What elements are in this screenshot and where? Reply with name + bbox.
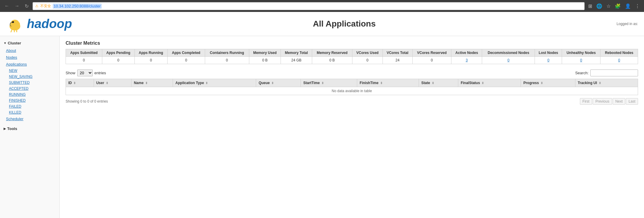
sidebar-item-finished[interactable]: FINISHED [0, 98, 59, 103]
col-apps-pending: Apps Pending [102, 49, 134, 57]
extensions-button[interactable]: ⊞ [587, 3, 593, 10]
insecure-label: 不安全 [40, 4, 51, 9]
queue-sort-icon: ⇕ [271, 81, 274, 85]
sidebar-item-applications[interactable]: Applications [0, 61, 59, 68]
hadoop-elephant-icon [6, 15, 24, 33]
finalstatus-sort-icon: ⇕ [482, 81, 484, 85]
browser-action-buttons: ⊞ 🌐 ☆ 🧩 👤 ⋮ [587, 3, 641, 10]
col-queue[interactable]: Queue ⇕ [256, 79, 301, 87]
reload-button[interactable]: ↻ [23, 3, 30, 10]
previous-button[interactable]: Previous [593, 98, 612, 105]
state-sort-icon: ⇕ [432, 81, 434, 85]
address-bar[interactable]: ⚠ 不安全 10.34.102.250:8088/cluster [32, 2, 585, 10]
sidebar-item-nodes[interactable]: Nodes [0, 54, 59, 61]
showing-text: Showing 0 to 0 of 0 entries [66, 99, 108, 103]
id-sort-icon: ⇕ [73, 81, 76, 85]
back-button[interactable]: ← [3, 3, 11, 9]
col-user[interactable]: User ⇕ [94, 79, 131, 87]
col-finalstatus[interactable]: FinalStatus ⇕ [458, 79, 521, 87]
val-apps-submitted: 0 [66, 57, 102, 64]
col-tracking-ui[interactable]: Tracking UI ⇕ [575, 79, 638, 87]
sidebar-item-new-saving[interactable]: NEW_SAVING [0, 74, 59, 80]
col-memory-total: Memory Total [281, 49, 312, 57]
menu-button[interactable]: ⋮ [634, 3, 641, 10]
show-label: Show [66, 71, 75, 75]
col-vcores-reserved: VCores Reserved [412, 49, 451, 57]
extensions-puzzle-button[interactable]: 🧩 [614, 3, 622, 10]
col-starttime[interactable]: StartTime ⇕ [301, 79, 357, 87]
cluster-label: Cluster [8, 41, 21, 45]
col-apps-running: Apps Running [134, 49, 167, 57]
col-name[interactable]: Name ⇕ [131, 79, 173, 87]
cluster-section-header[interactable]: ▼ Cluster [0, 39, 59, 47]
sidebar-item-killed[interactable]: KILLED [0, 109, 59, 115]
starttime-sort-icon: ⇕ [321, 81, 324, 85]
val-vcores-total: 24 [383, 57, 412, 64]
page-wrapper: hadoop All Applications Logged in as: ▼ … [0, 12, 644, 218]
sidebar-item-scheduler[interactable]: Scheduler [0, 115, 59, 122]
val-rebooted-nodes[interactable]: 0 [600, 57, 638, 64]
url-text: 10.34.102.250:8088/cluster [53, 4, 102, 9]
entries-label: entries [95, 71, 106, 75]
translate-button[interactable]: 🌐 [595, 3, 603, 10]
val-lost-nodes[interactable]: 0 [535, 57, 562, 64]
sidebar-item-about[interactable]: About [0, 47, 59, 54]
val-decommissioned-nodes[interactable]: 0 [482, 57, 535, 64]
col-id[interactable]: ID ⇕ [66, 79, 94, 87]
val-vcores-used: 0 [352, 57, 383, 64]
col-progress[interactable]: Progress ⇕ [521, 79, 575, 87]
search-area: Search: [575, 69, 638, 76]
col-unhealthy-nodes: Unhealthy Nodes [562, 49, 600, 57]
val-memory-used: 0 B [249, 57, 281, 64]
val-apps-running: 0 [134, 57, 167, 64]
col-state[interactable]: State ⇕ [419, 79, 458, 87]
col-vcores-used: VCores Used [352, 49, 383, 57]
pagination-buttons: First Previous Next Last [580, 98, 638, 105]
sidebar-item-accepted[interactable]: ACCEPTED [0, 86, 59, 92]
col-finishtime[interactable]: FinishTime ⇕ [357, 79, 419, 87]
last-button[interactable]: Last [626, 98, 638, 105]
svg-point-4 [17, 22, 20, 27]
cluster-arrow-icon: ▼ [4, 41, 7, 45]
first-button[interactable]: First [580, 98, 592, 105]
val-unhealthy-nodes[interactable]: 0 [562, 57, 600, 64]
val-apps-pending: 0 [102, 57, 134, 64]
col-apps-completed: Apps Completed [167, 49, 205, 57]
user-sort-icon: ⇕ [106, 81, 108, 85]
name-sort-icon: ⇕ [145, 81, 148, 85]
tools-section-header[interactable]: ▶ Tools [0, 125, 59, 133]
show-entries-left: Show 10 20 25 50 100 entries [66, 69, 106, 76]
pagination-row: Showing 0 to 0 of 0 entries First Previo… [66, 98, 638, 105]
entries-select[interactable]: 10 20 25 50 100 [77, 69, 93, 76]
val-active-nodes[interactable]: 3 [451, 57, 482, 64]
col-lost-nodes: Lost Nodes [535, 49, 562, 57]
col-apps-submitted: Apps Submitted [66, 49, 102, 57]
svg-point-5 [12, 21, 13, 23]
col-decommissioned-nodes: Decommissioned Nodes [482, 49, 535, 57]
finishtime-sort-icon: ⇕ [380, 81, 383, 85]
col-memory-reserved: Memory Reserved [312, 49, 352, 57]
sidebar-item-new[interactable]: NEW [0, 68, 59, 74]
next-button[interactable]: Next [613, 98, 626, 105]
page-header: hadoop All Applications Logged in as: [0, 12, 644, 36]
search-input[interactable] [590, 69, 638, 76]
metrics-section-title: Cluster Metrics [66, 41, 638, 46]
sidebar-item-running[interactable]: RUNNING [0, 92, 59, 98]
forward-button[interactable]: → [13, 3, 21, 9]
sidebar-item-submitted[interactable]: SUBMITTED [0, 80, 59, 86]
val-containers-running: 0 [205, 57, 249, 64]
page-title: All Applications [72, 19, 617, 29]
bookmark-button[interactable]: ☆ [605, 3, 612, 10]
profile-button[interactable]: 👤 [624, 3, 632, 10]
col-vcores-total: VCores Total [383, 49, 412, 57]
val-apps-completed: 0 [167, 57, 205, 64]
applications-table: ID ⇕ User ⇕ Name ⇕ Application Type ⇕ Qu… [66, 79, 638, 95]
progress-sort-icon: ⇕ [541, 81, 543, 85]
col-application-type[interactable]: Application Type ⇕ [173, 79, 256, 87]
main-content: ▼ Cluster About Nodes Applications NEW N… [0, 36, 644, 218]
metrics-row: 0 0 0 0 0 0 B 24 GB 0 B 0 24 0 3 0 0 [66, 57, 638, 64]
tools-arrow-icon: ▶ [4, 127, 6, 130]
cluster-metrics-table: Apps Submitted Apps Pending Apps Running… [66, 49, 638, 64]
logged-in-text: Logged in as: [617, 22, 638, 26]
sidebar-item-failed[interactable]: FAILED [0, 103, 59, 109]
